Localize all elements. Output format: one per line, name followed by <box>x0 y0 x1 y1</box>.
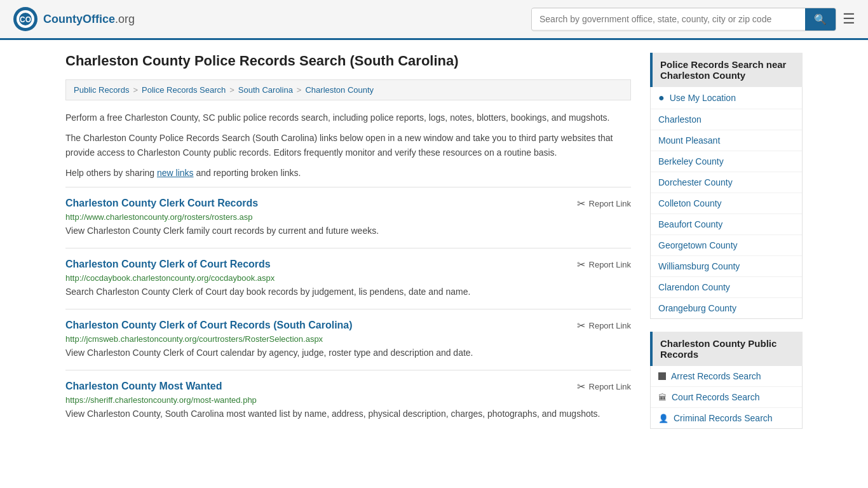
use-my-location-link[interactable]: Use My Location <box>670 93 736 103</box>
report-link-label-3: Report Link <box>589 382 631 391</box>
nearby-list-item: Clarendon County <box>651 277 802 298</box>
breadcrumb-public-records[interactable]: Public Records <box>74 85 129 95</box>
record-item: Charleston County Clerk Court Records ✂ … <box>65 187 631 248</box>
public-records-list: Arrest Records Search🏛Court Records Sear… <box>650 366 803 429</box>
record-url-0: http://www.charlestoncounty.org/rosters/… <box>65 212 631 222</box>
nearby-list-item: Williamsburg County <box>651 256 802 277</box>
nearby-list-item: Orangeburg County <box>651 298 802 318</box>
search-input[interactable] <box>532 9 805 29</box>
record-title: Charleston County Most Wanted <box>65 381 222 392</box>
records-container: Charleston County Clerk Court Records ✂ … <box>65 187 631 431</box>
person-icon: 👤 <box>658 414 668 423</box>
public-records-section: Charleston County Public Records Arrest … <box>650 332 803 429</box>
report-link-button-0[interactable]: ✂ Report Link <box>577 198 631 210</box>
record-desc-1: Search Charleston County Clerk of Court … <box>65 285 631 299</box>
location-icon: ● <box>658 92 665 104</box>
nearby-list: ● Use My Location CharlestonMount Pleasa… <box>650 87 803 319</box>
scissors-icon-3: ✂ <box>577 381 585 393</box>
scissors-icon-2: ✂ <box>577 320 585 332</box>
public-records-list-item: 🏛Court Records Search <box>651 387 802 408</box>
record-desc-0: View Charleston County Clerk family cour… <box>65 224 631 238</box>
report-link-button-2[interactable]: ✂ Report Link <box>577 320 631 332</box>
nearby-link-9[interactable]: Orangeburg County <box>658 303 736 313</box>
page-title: Charleston County Police Records Search … <box>65 53 631 69</box>
public-records-items-container: Arrest Records Search🏛Court Records Sear… <box>651 366 802 428</box>
menu-button[interactable]: ☰ <box>843 12 855 26</box>
nearby-link-0[interactable]: Charleston <box>658 114 702 125</box>
record-title: Charleston County Clerk Court Records <box>65 198 258 209</box>
description-p3: Help others by sharing new links and rep… <box>65 166 631 180</box>
record-url-1: http://cocdaybook.charlestoncounty.org/c… <box>65 273 631 283</box>
scissors-icon-0: ✂ <box>577 198 585 210</box>
record-item: Charleston County Clerk of Court Records… <box>65 248 631 309</box>
nearby-list-item: Georgetown County <box>651 235 802 256</box>
nearby-list-item: Mount Pleasant <box>651 130 802 151</box>
nearby-section-title: Police Records Search near Charleston Co… <box>650 53 803 87</box>
record-title: Charleston County Clerk of Court Records <box>65 259 271 270</box>
report-link-button-3[interactable]: ✂ Report Link <box>577 381 631 393</box>
public-records-link-2[interactable]: Criminal Records Search <box>674 413 773 423</box>
report-link-button-1[interactable]: ✂ Report Link <box>577 259 631 271</box>
public-records-list-item: Arrest Records Search <box>651 366 802 387</box>
nearby-link-3[interactable]: Dorchester County <box>658 177 733 187</box>
public-records-link-1[interactable]: Court Records Search <box>672 392 760 402</box>
new-links-link[interactable]: new links <box>157 168 194 178</box>
use-my-location-item[interactable]: ● Use My Location <box>651 87 802 109</box>
nearby-list-item: Beaufort County <box>651 214 802 235</box>
logo-area: CO CountyOffice.org <box>13 6 135 32</box>
record-link-2[interactable]: Charleston County Clerk of Court Records… <box>65 320 353 330</box>
nearby-list-item: Berkeley County <box>651 151 802 172</box>
public-records-section-title: Charleston County Public Records <box>650 332 803 366</box>
logo-text: CountyOffice.org <box>43 13 135 26</box>
header: CO CountyOffice.org 🔍 ☰ <box>0 0 868 40</box>
breadcrumb-sep-2: > <box>229 85 234 95</box>
content-area: Charleston County Police Records Search … <box>65 53 631 442</box>
sidebar: Police Records Search near Charleston Co… <box>650 53 803 442</box>
record-title: Charleston County Clerk of Court Records… <box>65 320 353 331</box>
header-right: 🔍 ☰ <box>531 8 855 31</box>
record-desc-2: View Charleston County Clerk of Court ca… <box>65 346 631 360</box>
record-url-3: https://sheriff.charlestoncounty.org/mos… <box>65 395 631 405</box>
nearby-list-item: Colleton County <box>651 193 802 214</box>
breadcrumb-police-records[interactable]: Police Records Search <box>142 85 226 95</box>
report-link-label-0: Report Link <box>589 199 631 208</box>
nearby-link-1[interactable]: Mount Pleasant <box>658 135 720 146</box>
report-link-label-1: Report Link <box>589 260 631 269</box>
breadcrumb-sep-3: > <box>297 85 302 95</box>
breadcrumb-charleston-county[interactable]: Charleston County <box>305 85 374 95</box>
description-p2: The Charleston County Police Records Sea… <box>65 131 631 159</box>
nearby-link-5[interactable]: Beaufort County <box>658 219 722 229</box>
description-p1: Perform a free Charleston County, SC pub… <box>65 111 631 125</box>
record-desc-3: View Charleston County, South Carolina m… <box>65 407 631 421</box>
building-icon: 🏛 <box>658 393 667 402</box>
record-link-1[interactable]: Charleston County Clerk of Court Records <box>65 259 271 269</box>
record-link-3[interactable]: Charleston County Most Wanted <box>65 381 222 391</box>
svg-text:CO: CO <box>20 15 31 24</box>
search-button[interactable]: 🔍 <box>805 8 836 30</box>
nearby-section: Police Records Search near Charleston Co… <box>650 53 803 319</box>
breadcrumb-sep-1: > <box>133 85 138 95</box>
record-item: Charleston County Clerk of Court Records… <box>65 309 631 370</box>
report-link-label-2: Report Link <box>589 321 631 330</box>
public-records-link-0[interactable]: Arrest Records Search <box>671 371 761 381</box>
search-bar: 🔍 <box>531 8 836 31</box>
nearby-link-4[interactable]: Colleton County <box>658 198 722 208</box>
record-item: Charleston County Most Wanted ✂ Report L… <box>65 370 631 431</box>
public-records-list-item: 👤Criminal Records Search <box>651 408 802 428</box>
square-icon <box>658 372 666 380</box>
nearby-link-2[interactable]: Berkeley County <box>658 156 724 166</box>
nearby-list-item: Charleston <box>651 109 802 130</box>
breadcrumb: Public Records > Police Records Search >… <box>65 79 631 100</box>
record-link-0[interactable]: Charleston County Clerk Court Records <box>65 198 258 208</box>
record-url-2: http://jcmsweb.charlestoncounty.org/cour… <box>65 334 631 344</box>
logo-icon: CO <box>13 6 38 32</box>
breadcrumb-south-carolina[interactable]: South Carolina <box>238 85 293 95</box>
nearby-link-7[interactable]: Williamsburg County <box>658 261 740 271</box>
scissors-icon-1: ✂ <box>577 259 585 271</box>
main-container: Charleston County Police Records Search … <box>53 40 815 454</box>
nearby-link-8[interactable]: Clarendon County <box>658 282 730 292</box>
nearby-list-item: Dorchester County <box>651 172 802 193</box>
nearby-link-6[interactable]: Georgetown County <box>658 240 738 250</box>
nearby-items-container: CharlestonMount PleasantBerkeley CountyD… <box>651 109 802 318</box>
